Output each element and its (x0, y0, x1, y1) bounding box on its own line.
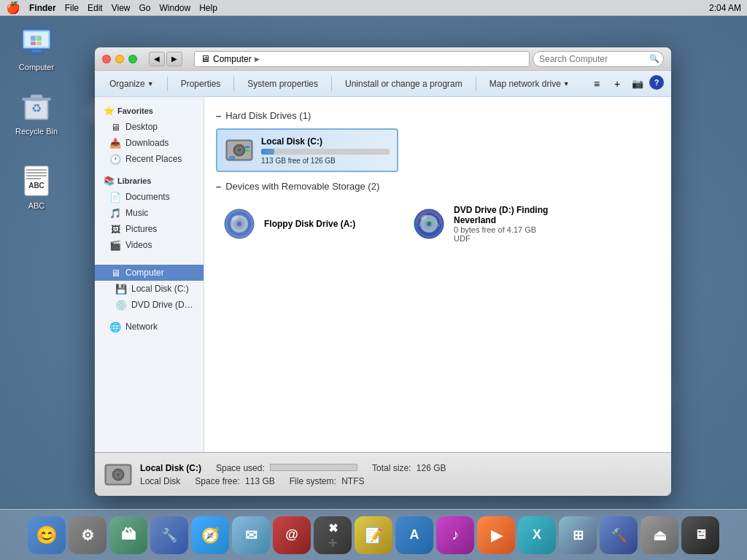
sidebar-item-recent[interactable]: 🕐 Recent Places (95, 151, 204, 167)
dock-x11[interactable]: X (518, 516, 556, 554)
dock-eject[interactable]: ⏏ (640, 516, 678, 554)
svg-rect-5 (31, 36, 36, 41)
forward-button[interactable]: ▶ (166, 52, 182, 66)
removable-section-dash: – (216, 181, 221, 192)
toolbar-view-icon-2[interactable]: + (608, 75, 626, 93)
favorites-header: ⭐ Favorites (95, 103, 204, 119)
dock-appstore[interactable]: A (395, 516, 433, 554)
dock-address-book[interactable]: @ (273, 516, 311, 554)
hdd-icon (225, 136, 254, 165)
sidebar-item-network[interactable]: 🌐 Network (95, 319, 204, 335)
dock-calculator[interactable]: ✖➕ (314, 516, 352, 554)
sidebar-item-dvd-drive[interactable]: 💿 DVD Drive (D:) Findin (95, 297, 204, 313)
search-icon: 🔍 (649, 54, 659, 63)
hdd-space: 113 GB free of 126 GB (261, 157, 390, 165)
dock-apps2[interactable]: ⊞ (559, 516, 597, 554)
finder-menu[interactable]: Finder (29, 3, 56, 13)
dock-itunes[interactable]: ♪ (436, 516, 474, 554)
address-breadcrumb[interactable]: 🖥 Computer ▶ (194, 51, 530, 67)
safari-dock-icon: 🧭 (201, 526, 220, 544)
svg-point-46 (117, 473, 120, 476)
vlc-dock-icon: ▶ (491, 526, 502, 544)
maximize-button[interactable] (128, 55, 137, 63)
dock-vlc[interactable]: ▶ (477, 516, 515, 554)
close-button[interactable] (102, 55, 111, 63)
computer-sidebar-label: Computer (125, 268, 164, 278)
dock-gallery[interactable]: 🏔 (109, 516, 147, 554)
organize-button[interactable]: Organize ▼ (102, 77, 161, 91)
monitor-dock-icon: 🖥 (694, 527, 707, 542)
svg-point-40 (427, 222, 430, 225)
dvd-icon (411, 206, 446, 241)
svg-point-33 (238, 222, 241, 225)
sidebar-item-desktop[interactable]: 🖥 Desktop (95, 119, 204, 135)
desktop-icon-notepad[interactable]: ABC ABC (7, 160, 66, 213)
floppy-disk-item[interactable]: Floppy Disk Drive (A:) (216, 199, 391, 249)
notepad-icon-label: ABC (28, 201, 45, 210)
back-button[interactable]: ◀ (149, 52, 165, 66)
map-arrow: ▼ (563, 80, 570, 88)
sidebar-item-pictures[interactable]: 🖼 Pictures (95, 221, 204, 237)
libraries-label: Libraries (117, 176, 151, 185)
computer-sidebar-icon: 🖥 (109, 267, 121, 279)
properties-button[interactable]: Properties (174, 77, 228, 91)
apple-menu[interactable]: 🍎 (6, 1, 20, 15)
libraries-group: 📚 Libraries 📄 Documents 🎵 Music 🖼 Pictur… (95, 173, 204, 253)
dock-directory[interactable]: 🔧 (150, 516, 188, 554)
window-menu[interactable]: Window (160, 3, 191, 13)
minimize-button[interactable] (115, 55, 124, 63)
dock-system-prefs[interactable]: ⚙ (69, 516, 107, 554)
toolbar-view-icon-1[interactable]: ≡ (588, 75, 605, 93)
videos-sidebar-label: Videos (125, 240, 152, 250)
svg-rect-3 (29, 52, 44, 55)
libraries-icon: 📚 (104, 176, 115, 186)
local-disk-item[interactable]: Local Disk (C:) 113 GB free of 126 GB (216, 128, 398, 172)
go-menu[interactable]: Go (139, 3, 151, 13)
dock-finder[interactable]: 😊 (28, 516, 66, 554)
map-network-label: Map network drive (489, 79, 561, 89)
calculator-dock-icon: ✖➕ (328, 521, 338, 548)
sidebar-item-local-disk[interactable]: 💾 Local Disk (C:) (95, 281, 204, 297)
view-menu[interactable]: View (112, 3, 131, 13)
desktop-icon-recycle[interactable]: ♻ Recycle Bin (7, 86, 66, 139)
dock-xcode[interactable]: 🔨 (600, 516, 638, 554)
floppy-info: Floppy Disk Drive (A:) (264, 219, 355, 229)
sidebar-item-computer[interactable]: 🖥 Computer (95, 265, 204, 281)
recycle-icon: ♻ (19, 89, 54, 124)
sidebar-item-downloads[interactable]: 📥 Downloads (95, 135, 204, 151)
sidebar-item-music[interactable]: 🎵 Music (95, 205, 204, 221)
computer-icon-label: Computer (19, 63, 54, 71)
dvd-info: DVD Drive (D:) Finding Neverland 0 bytes… (454, 205, 575, 243)
edit-menu[interactable]: Edit (88, 3, 103, 13)
map-network-button[interactable]: Map network drive ▼ (482, 77, 577, 91)
file-menu[interactable]: File (65, 3, 79, 13)
status-disk-name: Local Disk (C:) (140, 463, 201, 473)
status-details: Local Disk (C:) Space used: Total size: … (140, 463, 662, 486)
dock-monitor[interactable]: 🖥 (681, 516, 719, 554)
status-fs-value: NTFS (341, 476, 364, 486)
status-space-free: Space free: 113 GB (195, 476, 274, 486)
stickies-dock-icon: 📝 (365, 526, 383, 544)
dock-mail[interactable]: ✉ (232, 516, 270, 554)
music-sidebar-label: Music (125, 208, 148, 218)
dock-safari[interactable]: 🧭 (191, 516, 229, 554)
toolbar-sep-4 (476, 77, 476, 91)
sidebar-item-documents[interactable]: 📄 Documents (95, 189, 204, 205)
sidebar-item-videos[interactable]: 🎬 Videos (95, 237, 204, 253)
dvd-drive-sidebar-label: DVD Drive (D:) Findin (131, 300, 195, 310)
system-props-button[interactable]: System properties (240, 77, 325, 91)
dvd-drive-item[interactable]: DVD Drive (D:) Finding Neverland 0 bytes… (406, 199, 581, 249)
desktop-icon-computer[interactable]: Computer (7, 22, 66, 74)
eject-dock-icon: ⏏ (653, 526, 667, 544)
toolbar-help-icon[interactable]: ? (649, 75, 664, 90)
dock-stickies[interactable]: 📝 (355, 516, 392, 554)
uninstall-button[interactable]: Uninstall or change a program (338, 77, 470, 91)
floppy-icon (222, 206, 257, 241)
traffic-lights (102, 55, 137, 63)
search-input[interactable] (533, 51, 664, 67)
recycle-icon-label: Recycle Bin (15, 127, 58, 136)
status-free-label: Space free: (195, 476, 239, 486)
menubar-right: 2:04 AM (709, 3, 741, 13)
toolbar-camera-icon[interactable]: 📷 (629, 75, 646, 93)
help-menu[interactable]: Help (199, 3, 217, 13)
